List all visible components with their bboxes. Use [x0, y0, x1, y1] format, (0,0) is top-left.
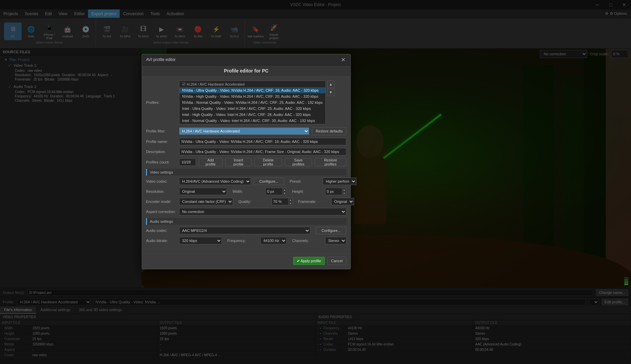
height-arrows[interactable]: ▲ ▼ — [342, 188, 346, 195]
restore-profiles-btn[interactable]: Restore profiles — [315, 158, 346, 166]
quality-arrows[interactable]: ▲ ▼ — [288, 198, 293, 205]
modal-body: Profiles: ☑ H.264 / AVC Hardware Acceler… — [142, 77, 350, 251]
height-input[interactable] — [325, 188, 342, 195]
aspect-correction-select[interactable]: No correction — [179, 208, 346, 215]
delete-profile-btn[interactable]: Delete profile — [254, 158, 282, 166]
audio-codec-select[interactable]: AAC MPEG2/4 — [179, 227, 310, 234]
checkbox-icon: ☑ — [182, 82, 185, 86]
profile-filter-select[interactable]: H.264 / AVC Hardware Accelerated — [179, 127, 309, 135]
description-label: Description: — [146, 150, 176, 154]
resolution-select[interactable]: Original — [179, 188, 227, 195]
profile-item-3[interactable]: Intel - Ultra Quality - Video: Intel H.2… — [179, 105, 325, 112]
profile-item-5[interactable]: Intel - Normal Quality - Video: Intel H.… — [179, 118, 325, 124]
width-input[interactable] — [265, 188, 282, 195]
profile-item-1[interactable]: NVidia - High Quality - Video: NVidia H.… — [179, 93, 325, 99]
cancel-btn[interactable]: Cancel — [327, 257, 346, 265]
video-codec-label: Video codec: — [146, 179, 176, 183]
profile-name-input[interactable] — [179, 138, 346, 145]
audio-codec-label: Audio codec: — [146, 229, 176, 233]
profile-filter-label: Profile filter: — [146, 129, 176, 133]
audio-codec-row: Audio codec: AAC MPEG2/4 Configure... — [146, 227, 346, 234]
audio-bitrate-label: Audio bitrate: — [146, 239, 176, 243]
encoder-mode-label: Encoder mode: — [146, 200, 176, 204]
modal-subtitle: Profile editor for PC — [142, 65, 350, 77]
modal-titlebar: AVI profile editor ✕ — [142, 54, 350, 65]
add-profile-btn[interactable]: Add profile — [199, 158, 223, 166]
encoder-mode-select[interactable]: Constant rate factor (CRF) — [179, 198, 233, 205]
apply-profile-btn[interactable]: ✔ Apply profile — [293, 257, 325, 265]
video-codec-select[interactable]: H.264/AVC (Advanced Video Coding) — [179, 178, 251, 185]
aspect-correction-label: Aspect correction: — [146, 210, 176, 214]
channels-label: Channels: — [292, 239, 322, 243]
modal-overlay: AVI profile editor ✕ Profile editor for … — [0, 0, 631, 364]
profiles-row: Profiles: ☑ H.264 / AVC Hardware Acceler… — [146, 81, 346, 124]
profile-item-0[interactable]: NVidia - Ultra Quality - Video: NVidia H… — [179, 87, 325, 93]
profile-name-row: Profile name: — [146, 138, 346, 145]
audio-bitrate-row: Audio bitrate: 320 kbps Frequency: 44100… — [146, 237, 346, 244]
quality-spinbox[interactable]: ▲ ▼ — [271, 198, 293, 205]
preset-label: Preset: — [290, 179, 320, 183]
profiles-count-label: Profiles count: — [146, 160, 176, 164]
description-input[interactable] — [179, 148, 346, 155]
resolution-row: Resolution: Original Width: ▲ ▼ Height: — [146, 188, 346, 195]
width-label: Width: — [232, 189, 263, 193]
modal-footer: ✔ Apply profile Cancel — [142, 254, 350, 269]
encoder-row: Encoder mode: Constant rate factor (CRF)… — [146, 198, 346, 205]
profile-name-label: Profile name: — [146, 140, 176, 144]
height-down-arrow[interactable]: ▼ — [342, 191, 346, 195]
video-settings-section: Video settings — [146, 169, 346, 176]
profile-item-6[interactable]: AMD - Ultra Quality - Video: AMD H.264 /… — [179, 124, 325, 124]
frequency-select[interactable]: 44100 Hz — [260, 237, 287, 244]
height-up-arrow[interactable]: ▲ — [342, 188, 346, 191]
width-arrows[interactable]: ▲ ▼ — [282, 188, 287, 195]
preset-select[interactable]: Higher perfom — [323, 178, 356, 185]
avi-profile-editor-modal: AVI profile editor ✕ Profile editor for … — [142, 54, 351, 269]
width-spinbox[interactable]: ▲ ▼ — [265, 188, 287, 195]
save-profiles-btn[interactable]: Save profiles — [285, 158, 312, 166]
width-up-arrow[interactable]: ▲ — [283, 188, 286, 191]
framerate-select[interactable]: Original — [331, 198, 354, 205]
insert-profile-btn[interactable]: Insert profile — [225, 158, 252, 166]
profile-scroll-buttons: ▲ ▼ — [327, 81, 335, 124]
profile-item-2[interactable]: NVidia - Normal Quality - Video: NVidia … — [179, 99, 325, 105]
profile-list[interactable]: ☑ H.264 / AVC Hardware Accelerated NVidi… — [179, 81, 326, 124]
restore-defaults-btn[interactable]: Restore defaults — [312, 127, 346, 135]
profile-filter-row: Profile filter: H.264 / AVC Hardware Acc… — [146, 127, 346, 135]
video-codec-row: Video codec: H.264/AVC (Advanced Video C… — [146, 178, 346, 185]
audio-configure-btn[interactable]: Configure... — [316, 227, 346, 234]
description-row: Description: — [146, 148, 346, 155]
height-label: Height: — [292, 189, 322, 193]
aspect-correction-row: Aspect correction: No correction — [146, 208, 346, 215]
width-down-arrow[interactable]: ▼ — [283, 191, 286, 195]
framerate-label: Framerate: — [298, 200, 328, 204]
frequency-label: Frequency: — [227, 239, 258, 243]
resolution-label: Resolution: — [146, 189, 176, 193]
profile-item-4[interactable]: Intel - High Quality - Video: Intel H.26… — [179, 112, 325, 118]
quality-input[interactable] — [271, 198, 288, 205]
channels-select[interactable]: Stereo — [325, 237, 346, 244]
quality-down-arrow[interactable]: ▼ — [289, 202, 292, 205]
quality-label: Quality: — [238, 200, 269, 204]
profiles-label: Profiles: — [146, 100, 176, 104]
profile-scroll: ☑ H.264 / AVC Hardware Accelerated NVidi… — [179, 81, 335, 124]
audio-bitrate-select[interactable]: 320 kbps — [179, 237, 222, 244]
configure-btn[interactable]: Configure... — [254, 178, 284, 185]
scroll-up-btn[interactable]: ▲ — [327, 81, 335, 88]
scroll-down-btn[interactable]: ▼ — [327, 89, 335, 96]
profiles-count-row: Profiles count: Add profile Insert profi… — [146, 158, 346, 166]
quality-up-arrow[interactable]: ▲ — [289, 198, 292, 202]
audio-settings-section: Audio settings — [146, 218, 346, 225]
profiles-count-input[interactable] — [179, 158, 196, 166]
height-spinbox[interactable]: ▲ ▼ — [325, 188, 346, 195]
modal-close-btn[interactable]: ✕ — [340, 56, 346, 63]
modal-title: AVI profile editor — [146, 57, 176, 62]
profile-group-header[interactable]: ☑ H.264 / AVC Hardware Accelerated — [179, 81, 325, 87]
